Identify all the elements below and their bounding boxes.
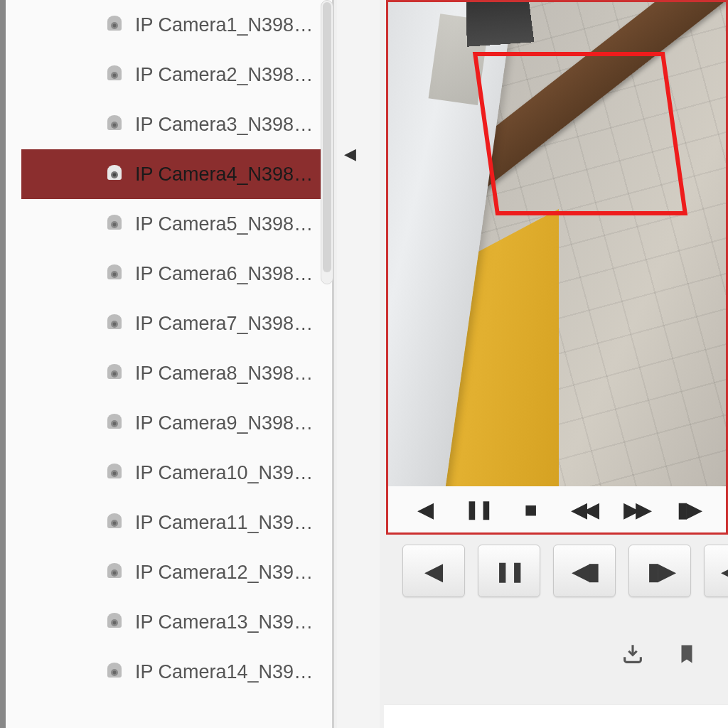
bookmark-icon[interactable] xyxy=(673,640,701,668)
svg-point-5 xyxy=(113,124,117,127)
camera-label: IP Camera3_N398… xyxy=(135,114,313,136)
action-icons xyxy=(619,640,701,668)
camera-icon xyxy=(103,513,126,532)
svg-point-25 xyxy=(113,621,117,625)
camera-list-panel: IP Camera1_N398… IP Camera2_N398… IP Cam… xyxy=(0,0,334,728)
camera-list: IP Camera1_N398… IP Camera2_N398… IP Cam… xyxy=(21,0,328,728)
scrollbar-thumb[interactable] xyxy=(323,2,331,272)
main-playback-bar: ◀ ❚❚ ◀▮ ▮▶ ◀◀ xyxy=(402,545,728,597)
camera-label: IP Camera1_N398… xyxy=(135,14,313,36)
panel-divider: ◀ xyxy=(337,0,380,728)
svg-point-17 xyxy=(113,422,117,426)
camera-list-item[interactable]: IP Camera7_N398… xyxy=(21,299,328,348)
svg-point-27 xyxy=(113,671,117,675)
collapse-left-icon[interactable]: ◀ xyxy=(344,145,356,164)
clip-stop-button[interactable]: ■ xyxy=(515,494,547,525)
svg-point-7 xyxy=(113,173,117,177)
camera-label: IP Camera4_N398… xyxy=(135,164,313,186)
svg-point-11 xyxy=(113,273,117,277)
camera-label: IP Camera7_N398… xyxy=(135,313,313,335)
clip-pause-button[interactable]: ❚❚ xyxy=(463,494,494,525)
camera-icon xyxy=(103,264,126,284)
camera-label: IP Camera11_N39… xyxy=(135,512,313,534)
camera-icon xyxy=(103,413,126,433)
step-forward-button[interactable]: ▮▶ xyxy=(628,545,691,597)
camera-icon xyxy=(103,15,126,35)
camera-label: IP Camera13_N39… xyxy=(135,611,313,633)
camera-list-item[interactable]: IP Camera3_N398… xyxy=(21,100,328,149)
pause-button[interactable]: ❚❚ xyxy=(478,545,540,597)
camera-icon xyxy=(103,314,126,333)
clip-prev-button[interactable]: ◀ xyxy=(410,494,441,525)
video-feed xyxy=(388,2,726,486)
camera-icon xyxy=(103,363,126,383)
camera-label: IP Camera5_N398… xyxy=(135,213,313,235)
clip-rewind-button[interactable]: ◀◀ xyxy=(567,494,599,525)
camera-list-item[interactable]: IP Camera1_N398… xyxy=(21,0,328,50)
camera-icon xyxy=(103,463,126,483)
status-bar xyxy=(384,704,728,728)
svg-point-23 xyxy=(113,572,117,575)
scrollbar[interactable] xyxy=(321,0,333,284)
download-icon[interactable] xyxy=(619,640,647,668)
camera-label: IP Camera9_N398… xyxy=(135,412,313,434)
camera-list-item[interactable]: IP Camera14_N39… xyxy=(21,647,328,697)
svg-point-21 xyxy=(113,522,117,525)
camera-label: IP Camera2_N398… xyxy=(135,64,313,86)
camera-icon xyxy=(103,65,126,85)
camera-icon xyxy=(103,612,126,632)
camera-icon xyxy=(103,164,126,184)
camera-label: IP Camera10_N39… xyxy=(135,462,313,484)
camera-list-item[interactable]: IP Camera8_N398… xyxy=(21,348,328,398)
svg-point-19 xyxy=(113,472,117,476)
camera-list-item[interactable]: IP Camera9_N398… xyxy=(21,398,328,448)
camera-icon xyxy=(103,114,126,134)
camera-list-item[interactable]: IP Camera2_N398… xyxy=(21,50,328,100)
camera-label: IP Camera8_N398… xyxy=(135,363,313,385)
clip-forward-button[interactable]: ▶▶ xyxy=(620,494,651,525)
camera-icon xyxy=(103,562,126,582)
camera-icon xyxy=(103,662,126,682)
svg-point-9 xyxy=(113,223,117,227)
svg-point-1 xyxy=(113,24,117,28)
camera-list-item[interactable]: IP Camera10_N39… xyxy=(21,448,328,498)
svg-point-13 xyxy=(113,323,117,326)
camera-icon xyxy=(103,214,126,234)
clip-step-forward-button[interactable]: ▮▶ xyxy=(673,494,704,525)
camera-list-item[interactable]: IP Camera12_N39… xyxy=(21,547,328,597)
camera-list-item[interactable]: IP Camera6_N398… xyxy=(21,249,328,299)
camera-label: IP Camera6_N398… xyxy=(135,263,313,285)
camera-list-item[interactable]: IP Camera13_N39… xyxy=(21,597,328,647)
play-reverse-button[interactable]: ◀ xyxy=(402,545,465,597)
svg-point-3 xyxy=(113,74,117,77)
camera-list-item[interactable]: IP Camera11_N39… xyxy=(21,498,328,547)
camera-list-item[interactable]: IP Camera4_N398… xyxy=(21,149,328,199)
camera-list-item[interactable]: IP Camera5_N398… xyxy=(21,199,328,249)
detection-region-box xyxy=(473,52,687,215)
step-back-button[interactable]: ◀▮ xyxy=(553,545,616,597)
video-viewport[interactable]: ◀ ❚❚ ■ ◀◀ ▶▶ ▮▶ xyxy=(386,0,728,535)
clip-playback-bar: ◀ ❚❚ ■ ◀◀ ▶▶ ▮▶ xyxy=(388,486,726,532)
camera-label: IP Camera14_N39… xyxy=(135,661,313,683)
svg-point-15 xyxy=(113,373,117,376)
rewind-button[interactable]: ◀◀ xyxy=(704,545,728,597)
camera-label: IP Camera12_N39… xyxy=(135,562,313,584)
